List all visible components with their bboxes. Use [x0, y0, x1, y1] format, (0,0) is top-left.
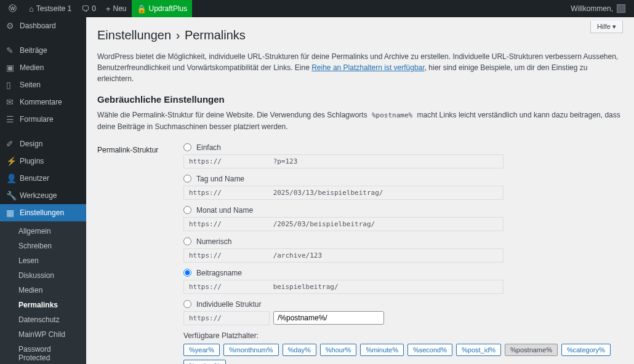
updraft-menu[interactable]: 🔒UpdraftPlus — [132, 0, 193, 17]
Seiten-icon: ▯ — [6, 80, 16, 90]
Beiträge-icon: ✎ — [6, 46, 16, 55]
submenu-item-password protected[interactable]: Password Protected — [0, 342, 86, 364]
menu-label: Design — [20, 140, 42, 148]
Medien-icon: ▣ — [6, 63, 16, 73]
placeholder-tag[interactable]: %category% — [561, 344, 611, 356]
help-tab[interactable]: Hilfe — [590, 21, 623, 33]
placeholders-label: Verfügbare Platzhalter: — [183, 331, 623, 340]
menu-label: Dashboard — [20, 22, 56, 30]
page-title: Einstellungen › Permalinks — [97, 28, 623, 42]
wp-logo-menu[interactable]: ⓦ — [4, 0, 24, 17]
permalink-radio[interactable] — [183, 237, 191, 245]
new-label: Neu — [113, 4, 127, 13]
permalink-option-label[interactable]: Beitragsname — [183, 269, 623, 277]
permalink-radio[interactable] — [183, 269, 191, 277]
Werkzeuge-icon: 🔧 — [6, 191, 16, 200]
menu-item-dashboard[interactable]: ⚙Dashboard — [0, 17, 86, 34]
common-settings-heading: Gebräuchliche Einstellungen — [97, 94, 623, 105]
updraft-label: UpdraftPlus — [149, 4, 188, 13]
submenu-item-mainwp child[interactable]: MainWP Child — [0, 327, 86, 342]
wordpress-icon: ⓦ — [9, 3, 17, 14]
site-name-menu[interactable]: ⌂Testseite 1 — [24, 0, 76, 17]
menu-item-medien[interactable]: ▣Medien — [0, 59, 86, 76]
menu-item-design[interactable]: ✐Design — [0, 135, 86, 152]
permalink-radio[interactable] — [183, 143, 191, 151]
lock-icon: 🔒 — [137, 4, 146, 14]
url-prefix: https:// — [183, 311, 270, 325]
plus-icon: + — [106, 4, 111, 14]
menu-item-formulare[interactable]: ☰Formulare — [0, 111, 86, 128]
menu-item-benutzer[interactable]: 👤Benutzer — [0, 170, 86, 187]
permalink-option-label[interactable]: Monat und Name — [183, 206, 623, 215]
submenu-item-medien[interactable]: Medien — [0, 283, 86, 298]
placeholder-tag[interactable]: %author% — [183, 360, 226, 365]
Formulare-icon: ☰ — [6, 114, 16, 124]
menu-label: Seiten — [20, 81, 41, 89]
content-area: Hilfe Einstellungen › Permalinks WordPre… — [86, 17, 634, 364]
placeholder-tag[interactable]: %monthnum% — [223, 344, 279, 356]
welcome-text: Willkommen, — [571, 4, 613, 13]
menu-item-kommentare[interactable]: ✉Kommentare — [0, 93, 86, 111]
site-name: Testseite 1 — [36, 4, 71, 13]
placeholder-tag[interactable]: %year% — [183, 344, 220, 356]
comments-count: 0 — [92, 4, 96, 13]
menu-label: Kommentare — [20, 98, 62, 106]
menu-item-plugins[interactable]: ⚡Plugins — [0, 152, 86, 170]
permalink-radio[interactable] — [183, 175, 191, 183]
permalink-option-row: Tag und Namehttps:// 2025/03/13/beispiel… — [183, 175, 623, 200]
menu-item-beiträge[interactable]: ✎Beiträge — [0, 42, 86, 59]
url-preview: https:// /2025/03/beispielbeitrag/ — [183, 217, 504, 231]
Kommentare-icon: ✉ — [6, 97, 16, 107]
postname-code: %postname% — [369, 111, 415, 120]
home-icon: ⌂ — [29, 4, 34, 14]
menu-label: Medien — [20, 63, 44, 72]
submenu-item-lesen[interactable]: Lesen — [0, 253, 86, 268]
user-menu[interactable]: Willkommen, — [566, 0, 630, 17]
new-content-menu[interactable]: +Neu — [101, 0, 132, 17]
url-preview: https:// beispielbeitrag/ — [183, 280, 504, 294]
Dashboard-icon: ⚙ — [6, 21, 16, 31]
comments-menu[interactable]: 🗨0 — [76, 0, 101, 17]
placeholder-tag[interactable]: %minute% — [360, 344, 404, 356]
submenu-item-schreiben[interactable]: Schreiben — [0, 239, 86, 253]
submenu-item-permalinks[interactable]: Permalinks — [0, 298, 86, 312]
admin-bar: ⓦ ⌂Testseite 1 🗨0 +Neu 🔒UpdraftPlus Will… — [0, 0, 634, 17]
menu-item-werkzeuge[interactable]: 🔧Werkzeuge — [0, 187, 86, 204]
permalink-option-row: Einfachhttps:// ?p=123 — [183, 143, 623, 168]
placeholder-tag[interactable]: %postname% — [505, 344, 558, 356]
menu-label: Plugins — [20, 157, 44, 165]
url-preview: https:// 2025/03/13/beispielbeitrag/ — [183, 186, 504, 200]
Einstellungen-icon: ▦ — [6, 208, 16, 218]
intro-text: WordPress bietet die Möglichkeit, indivi… — [97, 51, 623, 84]
placeholder-tag[interactable]: %hour% — [320, 344, 357, 356]
permalink-radio[interactable] — [183, 300, 191, 308]
menu-item-seiten[interactable]: ▯Seiten — [0, 76, 86, 93]
Plugins-icon: ⚡ — [6, 156, 16, 166]
admin-sidebar: ⚙Dashboard✎Beiträge▣Medien▯Seiten✉Kommen… — [0, 17, 86, 364]
submenu-item-datenschutz[interactable]: Datenschutz — [0, 312, 86, 327]
submenu-item-diskussion[interactable]: Diskussion — [0, 268, 86, 283]
custom-structure-input[interactable] — [273, 311, 384, 325]
Design-icon: ✐ — [6, 139, 16, 149]
menu-item-einstellungen[interactable]: ▦Einstellungen — [0, 204, 86, 221]
menu-label: Formulare — [20, 115, 54, 124]
permalink-option-row: Numerischhttps:// /archive/123 — [183, 237, 623, 263]
url-preview: https:// /archive/123 — [183, 248, 504, 263]
permalink-option-label[interactable]: Individuelle Struktur — [183, 300, 623, 309]
menu-label: Benutzer — [20, 174, 49, 183]
permalink-option-label[interactable]: Tag und Name — [183, 175, 623, 183]
url-preview: https:// ?p=123 — [183, 154, 504, 168]
placeholder-tag[interactable]: %second% — [407, 344, 452, 356]
permalink-radio[interactable] — [183, 206, 191, 214]
permalink-option-label[interactable]: Numerisch — [183, 237, 623, 246]
permalink-option-label[interactable]: Einfach — [183, 143, 623, 152]
placeholder-tag[interactable]: %post_id% — [456, 344, 501, 356]
structure-label: Permalink-Struktur — [97, 140, 183, 365]
placeholders-doc-link[interactable]: Reihe an Platzhaltern ist verfügbar — [311, 63, 424, 72]
permalink-option-row: Beitragsnamehttps:// beispielbeitrag/ — [183, 269, 623, 294]
comment-icon: 🗨 — [81, 4, 89, 14]
submenu-item-allgemein[interactable]: Allgemein — [0, 224, 86, 239]
Benutzer-icon: 👤 — [6, 173, 16, 183]
permalink-option-row: Individuelle Strukturhttps://Verfügbare … — [183, 300, 623, 365]
placeholder-tag[interactable]: %day% — [283, 344, 316, 356]
